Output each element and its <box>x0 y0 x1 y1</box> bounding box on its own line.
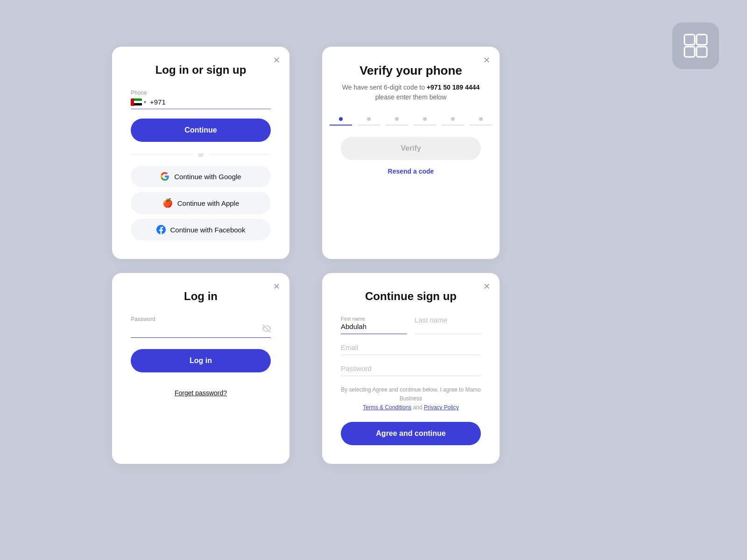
svg-rect-3 <box>697 47 707 57</box>
login-signup-card: ✕ Log in or sign up Phone ▾ Continue or <box>112 47 289 259</box>
otp-field-6[interactable] <box>470 117 492 126</box>
resend-code-link[interactable]: Resend a code <box>341 168 481 175</box>
close-button-signup[interactable]: ✕ <box>481 280 492 293</box>
close-button-verify[interactable]: ✕ <box>481 54 492 66</box>
google-label: Continue with Google <box>174 173 241 181</box>
otp-field-1[interactable] <box>330 117 352 126</box>
otp-line-6 <box>470 125 492 126</box>
country-selector[interactable]: ▾ <box>131 98 146 106</box>
otp-dot-3 <box>395 117 399 121</box>
otp-dot-4 <box>423 117 427 121</box>
svg-rect-2 <box>684 47 695 57</box>
terms-conditions-link[interactable]: Terms & Conditions <box>363 404 411 411</box>
facebook-icon <box>156 225 166 234</box>
apple-signin-button[interactable]: 🍎 Continue with Apple <box>131 192 271 214</box>
name-fields-row: First name <box>341 316 481 334</box>
otp-field-2[interactable] <box>358 117 380 126</box>
otp-line-5 <box>442 125 464 126</box>
verify-phone-card: ✕ Verify your phone We have sent 6-digit… <box>322 47 500 259</box>
first-name-field: First name <box>341 316 407 334</box>
password-input[interactable] <box>131 326 262 334</box>
last-name-input[interactable] <box>415 316 481 324</box>
close-button-login[interactable]: ✕ <box>271 280 282 293</box>
svg-rect-1 <box>697 35 707 45</box>
otp-field-4[interactable] <box>414 117 436 126</box>
divider-or: or <box>131 151 271 158</box>
otp-line-3 <box>386 125 408 126</box>
signup-title: Continue sign up <box>341 290 481 303</box>
login-card: ✕ Log in Password Log in Forget password… <box>112 273 289 464</box>
signup-password-input[interactable] <box>341 364 481 372</box>
svg-rect-0 <box>684 35 695 45</box>
verify-title: Verify your phone <box>341 63 481 78</box>
app-icon <box>672 22 719 69</box>
password-label: Password <box>131 316 271 322</box>
login-title: Log in <box>131 290 271 303</box>
otp-dot-1 <box>339 117 343 121</box>
password-field-wrap <box>341 364 481 376</box>
otp-field-5[interactable] <box>442 117 464 126</box>
privacy-policy-link[interactable]: Privacy Policy <box>424 404 459 411</box>
continue-signup-card: ✕ Continue sign up First name By selecti… <box>322 273 500 464</box>
phone-input-row: ▾ <box>131 98 271 109</box>
close-button-login-signup[interactable]: ✕ <box>271 54 282 66</box>
continue-button[interactable]: Continue <box>131 119 271 142</box>
otp-line-2 <box>358 125 380 126</box>
terms-text: By selecting Agree and continue below, I… <box>341 385 481 413</box>
google-icon <box>160 172 169 181</box>
apple-label: Continue with Apple <box>177 199 240 207</box>
otp-field-3[interactable] <box>386 117 408 126</box>
agree-continue-button[interactable]: Agree and continue <box>341 422 481 445</box>
google-signin-button[interactable]: Continue with Google <box>131 166 271 187</box>
otp-dot-6 <box>479 117 483 121</box>
eye-icon[interactable] <box>262 324 271 335</box>
last-name-field <box>415 316 481 334</box>
otp-dot-2 <box>367 117 371 121</box>
verify-button[interactable]: Verify <box>341 137 481 160</box>
chevron-down-icon: ▾ <box>144 99 146 105</box>
verify-phone-number: +971 50 189 4444 <box>427 84 479 91</box>
first-name-input[interactable] <box>341 322 407 330</box>
facebook-label: Continue with Facebook <box>170 226 246 234</box>
login-button[interactable]: Log in <box>131 349 271 372</box>
email-input[interactable] <box>341 343 481 351</box>
forget-password-link[interactable]: Forget password? <box>131 389 271 397</box>
apple-icon: 🍎 <box>162 198 173 208</box>
otp-dot-5 <box>451 117 455 121</box>
login-signup-title: Log in or sign up <box>131 63 271 77</box>
email-field-wrap <box>341 343 481 355</box>
first-name-label: First name <box>341 316 407 322</box>
phone-input[interactable] <box>150 98 271 106</box>
otp-input-row <box>341 117 481 126</box>
facebook-signin-button[interactable]: Continue with Facebook <box>131 219 271 240</box>
phone-label: Phone <box>131 90 271 96</box>
password-input-row <box>131 324 271 338</box>
otp-line-4 <box>414 125 436 126</box>
verify-subtitle: We have sent 6-digit code to +971 50 189… <box>341 83 481 102</box>
otp-line-1 <box>330 125 352 126</box>
